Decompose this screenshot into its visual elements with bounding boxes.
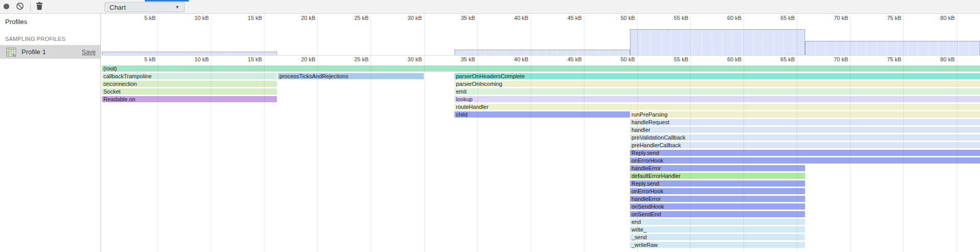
flame-frame[interactable]: Readable.on [102,96,277,102]
toolbar-separator [30,3,31,11]
ruler-label: 25 kB [330,15,368,21]
ruler-label: 50 kB [596,15,635,21]
flame-frame[interactable]: handleRequest [630,119,980,125]
ruler-label: 80 kB [916,56,955,62]
block-icon [16,2,24,12]
chevron-down-icon: ▼ [175,5,184,10]
ruler-label: 65 kB [756,56,795,62]
ruler-label: 35 kB [437,15,475,21]
flame-frame[interactable]: Reply.send [630,180,805,187]
trash-icon [35,2,43,12]
profiler-panel: Chart ▼ Profiles SAMPLING PROFILES % Pro… [0,0,980,252]
ruler-label: 40 kB [490,15,529,21]
clear-profiles-button[interactable] [15,0,25,14]
flame-frame[interactable]: lookup [454,96,980,102]
ruler-label: 10 kB [170,15,209,21]
record-button[interactable] [2,0,10,14]
memory-overview[interactable] [102,24,980,56]
flame-frame[interactable]: onErrorHook [630,188,805,194]
flame-frame[interactable]: emit [454,88,980,95]
ruler-label: 55 kB [649,56,688,62]
sampling-profiles-heading: SAMPLING PROFILES [5,36,66,42]
ruler-label: 75 kB [862,15,901,21]
overview-step [805,41,980,55]
flame-chart[interactable]: (root)callbackTrampolineprocessTicksAndR… [102,63,980,252]
ruler-label: 10 kB [170,56,209,62]
ruler-bottom: 5 kB10 kB15 kB20 kB25 kB30 kB35 kB40 kB4… [102,55,980,63]
flame-frame[interactable]: handleError [630,196,805,202]
ruler-label: 35 kB [437,56,475,62]
profile-name: Profile 1 [21,48,82,56]
ruler-label: 30 kB [383,15,422,21]
tab-indicator [145,0,189,2]
ruler-label: 45 kB [543,15,582,21]
flame-frame[interactable]: parserOnIncoming [454,81,980,87]
ruler-label: 20 kB [276,15,315,21]
flame-frame[interactable]: Reply.send [630,150,980,156]
flame-frame[interactable]: _writeRaw [630,242,805,248]
flame-frame[interactable]: onErrorHook [630,157,980,164]
ruler-label: 80 kB [916,15,955,21]
flame-frame[interactable]: handler [630,127,980,133]
svg-text:%: % [12,53,16,57]
ruler-label: 20 kB [276,56,315,62]
ruler-label: 40 kB [490,56,529,62]
overview-step [454,50,630,55]
ruler-label: 5 kB [117,56,156,62]
flame-frame[interactable]: processTicksAndRejections [278,73,424,79]
flame-frame[interactable]: runPreParsing [630,111,980,118]
flame-frame[interactable]: onconnection [102,81,277,87]
sidebar-item-profile-1[interactable]: % Profile 1 Save [0,45,100,59]
ruler-label: 60 kB [703,15,742,21]
flame-frame[interactable]: handleError [630,165,805,171]
ruler-label: 65 kB [756,15,795,21]
overview-step [102,52,277,55]
ruler-label: 75 kB [862,56,901,62]
profile-table-icon: % [6,47,16,57]
chart-view-select[interactable]: Chart ▼ [104,2,185,12]
flame-frame[interactable]: child [454,111,630,118]
flame-frame[interactable]: callbackTrampoline [102,73,277,79]
flame-frame[interactable]: onSendEnd [630,211,805,217]
ruler-label: 50 kB [596,56,635,62]
flame-frame[interactable]: (root) [102,65,980,72]
chart-view-select-value: Chart [105,4,175,11]
flame-frame[interactable]: preValidationCallback [630,134,980,141]
ruler-label: 45 kB [543,56,582,62]
ruler-label: 60 kB [703,56,742,62]
toolbar: Chart ▼ [0,0,980,14]
sidebar: Profiles SAMPLING PROFILES % Profile 1 S… [0,14,101,252]
ruler-label: 15 kB [223,56,262,62]
ruler-label: 55 kB [649,15,688,21]
flame-frame[interactable]: preHandlerCallback [630,142,980,148]
flame-frame[interactable]: end [630,219,805,225]
allocation-chart: 5 kB10 kB15 kB20 kB25 kB30 kB35 kB40 kB4… [102,14,980,252]
flame-frame[interactable]: defaultErrorHandler [630,173,805,179]
flame-frame[interactable]: routeHandler [454,104,980,110]
record-icon [3,3,10,12]
flame-frame[interactable]: parserOnHeadersComplete [454,73,980,79]
profiles-title: Profiles [5,18,27,26]
flame-frame[interactable]: Socket [102,88,277,95]
flame-frame[interactable]: write_ [630,226,805,233]
ruler-label: 5 kB [117,15,156,21]
delete-profile-button[interactable] [35,0,44,14]
ruler-label: 15 kB [223,15,262,21]
ruler-label: 70 kB [809,15,848,21]
overview-step [630,29,805,55]
save-link[interactable]: Save [82,49,96,56]
ruler-label: 70 kB [809,56,848,62]
flame-frame[interactable]: _send [630,234,805,240]
ruler-label: 30 kB [383,56,422,62]
ruler-top: 5 kB10 kB15 kB20 kB25 kB30 kB35 kB40 kB4… [102,14,980,24]
flame-frame[interactable]: onSendHook [630,203,805,210]
ruler-label: 25 kB [330,56,368,62]
